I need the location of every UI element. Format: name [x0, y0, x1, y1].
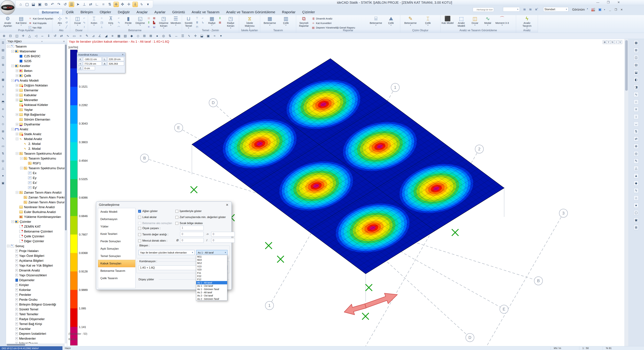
tree-item[interactable]: Birleşim Bölgesi Güvenliği — [6, 302, 65, 307]
dropdown-item[interactable]: As 1 - Üst taraf — [196, 284, 227, 288]
tree-item[interactable]: Ey' — [6, 185, 65, 190]
tree-item[interactable]: Proje Hataları — [6, 248, 65, 253]
dropdown-item[interactable]: M22 — [196, 258, 227, 261]
quick-access-icon[interactable]: ✛ — [126, 2, 132, 7]
right-tool-icon[interactable]: ≡ — [634, 107, 639, 112]
drawing-tool-icon[interactable]: ◢ — [104, 34, 108, 38]
tree-item[interactable]: − Analiz — [6, 127, 65, 132]
quick-access-icon[interactable]: ⧉ — [44, 2, 49, 7]
side-tool-icon[interactable]: ∿ — [1, 114, 5, 119]
dropdown-item[interactable]: V23 — [196, 268, 227, 271]
tree-item[interactable]: Merdivenler — [6, 336, 65, 341]
dialog-nav-item[interactable]: Betonarme Tasarım — [98, 267, 135, 275]
ribbon-tab[interactable]: Çelik — [62, 9, 77, 15]
tasarim-celik-button[interactable]: ▥ Çelik▼ — [280, 16, 292, 28]
drawing-tool-icon[interactable]: ⊕ — [2, 34, 6, 38]
tree-item[interactable]: Diğer Çizimler — [6, 239, 65, 244]
ribbon-tab[interactable]: Çizimler — [299, 9, 318, 15]
kat-listesi-button[interactable]: ▤ Kat listesi▼ — [14, 16, 28, 28]
tree-item[interactable]: Yaylar — [6, 107, 65, 112]
kolon-button[interactable]: ⌶ Kolon▼ — [89, 16, 100, 28]
rapor-celik-button[interactable]: ⛰ Çelik▼ — [385, 16, 397, 28]
tree-item[interactable]: − Sonuç — [6, 244, 65, 248]
tree-item[interactable]: Deprem İzolatörleri — [6, 331, 65, 336]
right-tool-icon[interactable]: ↔ — [634, 122, 639, 126]
tree-item[interactable]: + Rijit Bağlantılar — [6, 112, 65, 117]
tree-item[interactable]: Ex — [6, 170, 65, 176]
tree-item[interactable]: − Tasarım Spektrumu — [6, 156, 65, 161]
drawing-tool-icon[interactable]: ∿ — [66, 34, 70, 38]
tree-item[interactable]: Euler Burkulma Analizi — [6, 210, 65, 214]
quick-access-icon[interactable]: ⌗ — [101, 2, 106, 7]
dialog-nav-item[interactable]: Kesit Tesirleri — [98, 230, 135, 238]
right-tool-icon[interactable]: ∿ — [634, 92, 639, 97]
donati-aralik-field[interactable]: 0 — [211, 238, 235, 243]
perde-button[interactable]: ▮ Perde▼ — [123, 16, 134, 28]
drawing-tool-icon[interactable]: ▾ — [218, 34, 223, 38]
tree-item[interactable]: + Elemanlar — [6, 88, 65, 93]
right-tool-icon[interactable]: ⌂ — [634, 196, 639, 200]
quick-access-icon[interactable]: ➤ — [75, 2, 80, 7]
kat-kuvvetleri-raporu-button[interactable]: ➾ Kat Kuvvetleri — [312, 21, 355, 25]
zarf-sonuclari-checkbox[interactable]: Zarf sonuçlarında min. değerleri göster — [176, 216, 226, 219]
x-coord-field[interactable]: -183.11 cm — [83, 57, 102, 61]
ribbon-tab[interactable]: Betonarme — [38, 9, 62, 15]
quick-access-icon[interactable]: ⇅ — [107, 2, 112, 7]
deger-min-field[interactable]: 0 — [180, 232, 204, 236]
aglari-goster-checkbox[interactable]: ✓Ağları göster — [138, 210, 158, 213]
tree-item[interactable]: İstinat Duvarı — [6, 341, 65, 344]
side-tool-icon[interactable]: ⊞ — [1, 129, 5, 134]
right-tool-icon[interactable]: ⊠ — [634, 225, 639, 230]
modal-view-button[interactable]: ∿ Modal▼ — [482, 16, 494, 28]
side-tool-icon[interactable]: ⌗ — [1, 70, 5, 74]
tree-item[interactable]: − Malzemeler — [6, 49, 65, 54]
l-coord-field[interactable]: 220.19 cm — [108, 57, 124, 61]
right-tool-icon[interactable]: ▣ — [634, 218, 639, 222]
tree-expander[interactable]: − — [12, 79, 14, 82]
cizim-celik-button[interactable]: ⌶ Çelik▼ — [422, 16, 434, 28]
tree-item[interactable]: + Diyaframlar — [6, 122, 65, 127]
tree-item[interactable]: − Kesitler — [6, 64, 65, 68]
help-dropdown-icon[interactable]: ▼ — [604, 9, 606, 10]
tree-expander[interactable]: + — [16, 94, 18, 96]
ribbon-tab[interactable]: Araçlar — [133, 9, 151, 15]
right-tool-icon[interactable]: ∩ — [634, 100, 639, 104]
side-tool-icon[interactable]: ≡ — [1, 92, 5, 97]
layer-combo[interactable]: ▼ — [503, 7, 520, 12]
ribbon-tab[interactable]: Birleşim — [77, 9, 96, 15]
tree-item[interactable]: 2. Modal — [6, 146, 65, 151]
x-coord-toggle[interactable]: X — [78, 57, 82, 61]
status-unit[interactable]: kN / m — [551, 347, 576, 350]
dropdown-item[interactable]: As 1 - Alt taraf — [196, 281, 227, 284]
right-tool-icon[interactable]: ▢ — [634, 210, 639, 215]
drawing-tool-icon[interactable]: ϟ — [187, 34, 192, 38]
rapor-betonarme-button[interactable]: ⌸ Betonarme▼ — [368, 16, 384, 28]
side-tool-icon[interactable]: ▤ — [1, 48, 5, 52]
tree-item[interactable]: Perde Grubu — [6, 297, 65, 302]
render-icon[interactable]: 🏭 — [591, 8, 595, 12]
drawing-tool-icon[interactable]: ▦ — [116, 34, 121, 38]
quick-access-icon[interactable]: ↶ — [50, 2, 55, 7]
xref-icon[interactable]: ⊠ᵈ — [535, 8, 538, 11]
tree-item[interactable]: Ey — [6, 176, 65, 180]
secmeli-raporlar-button[interactable]: ⧉ Seçmeli Raporlar — [297, 16, 310, 28]
drawing-tool-icon[interactable]: ⊞ — [142, 34, 147, 38]
doseme-kenari-button[interactable]: ◳ Döşeme Kenarı▼ — [158, 16, 170, 28]
tree-item[interactable]: + Statik Analiz — [6, 132, 65, 136]
right-tool-icon[interactable]: ⇅ — [634, 129, 639, 134]
tree-item[interactable]: Döşemeler — [6, 278, 65, 282]
quick-access-icon[interactable]: ↷ — [56, 2, 62, 7]
ribbon-tab[interactable]: Raporlar — [278, 9, 299, 15]
close-button[interactable]: ✕ — [614, 0, 624, 5]
side-tool-icon[interactable]: ☰ — [1, 40, 5, 45]
lokal-akslar-checkbox[interactable]: Lokal akslar — [138, 216, 157, 219]
side-tool-icon[interactable]: ✛ — [1, 107, 5, 112]
view-menu[interactable]: Görünüm — [572, 8, 585, 12]
tree-item[interactable]: 2. Modal — [6, 141, 65, 146]
ribbon-tab[interactable]: Ayarlar — [151, 9, 169, 15]
quick-access-icon[interactable]: ✛ — [114, 2, 119, 7]
help-icon[interactable]: ▣ — [598, 8, 602, 12]
analiz-tasarim-button[interactable]: ϟ Analiz Tasarım▼ — [520, 16, 534, 28]
view-widget-cell[interactable]: Y — [606, 40, 610, 44]
ribbon-tab[interactable]: Analiz ve Tasarım Görüntüleme — [223, 9, 279, 15]
